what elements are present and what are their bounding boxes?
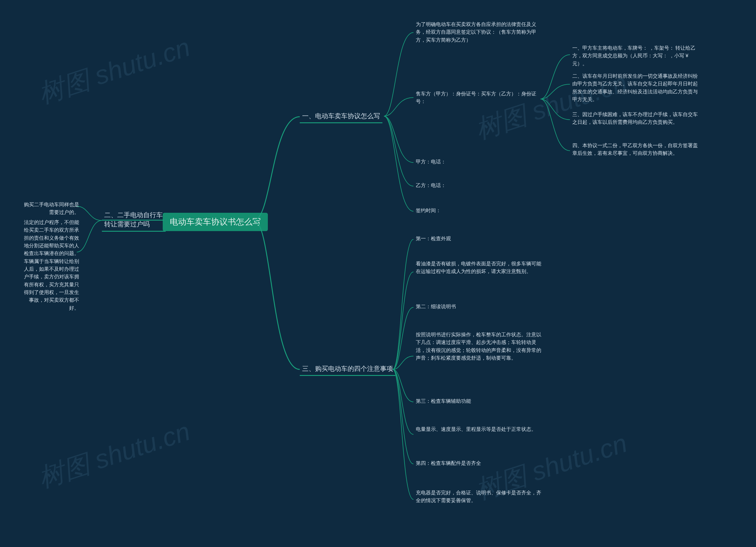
b3-n4-text: 按照说明书进行实际操作，检车整车的工作状态。注意以下几点：调速过度应平滑、起步无… [416, 331, 543, 362]
branch1-node[interactable]: 一、电动车卖车协议怎么写 [300, 112, 382, 123]
b3-n1[interactable]: 第一：检查外观 [413, 235, 545, 245]
b1-n1-text: 为了明确电动车在买卖双方各自应承担的法律责任及义务，经双方自愿同意签定以下协议：… [416, 21, 543, 44]
b3-n7[interactable]: 第四：检查车辆配件是否齐全 [413, 460, 545, 470]
b3-n3-text: 第二：细读说明书 [416, 303, 456, 311]
b1-n5[interactable]: 签约时间： [413, 207, 545, 217]
b1-n2-text: 售车方（甲方）：身份证号：买车方（乙方）：身份证号： [416, 90, 543, 106]
b2-n2-text: 法定的过户程序，不但能给买卖二手车的双方所承担的责任和义务做个有效地分割还能帮助… [20, 219, 79, 312]
b1-n2[interactable]: 售车方（甲方）：身份证号：买车方（乙方）：身份证号： [413, 90, 545, 109]
b3-n3[interactable]: 第二：细读说明书 [413, 303, 545, 314]
b1-n3[interactable]: 甲方：电话： [413, 158, 545, 169]
b1-n2c1[interactable]: 一、甲方车主将电动车，车牌号： ，车架号： 转让给乙方，双方同意成交总额为（人民… [570, 44, 702, 71]
b2-n2[interactable]: 法定的过户程序，不但能给买卖二手车的双方所承担的责任和义务做个有效地分割还能帮助… [18, 219, 82, 315]
edge-root-b3 [254, 220, 300, 374]
b3-n2[interactable]: 看油漆是否有破损，电镀件表面是否完好，很多车辆可能在运输过程中造成人为性的损坏，… [413, 260, 545, 279]
edge-root-b1 [254, 112, 300, 223]
branch2-node[interactable]: 二、二手电动自行车转让需要过户吗 [102, 211, 166, 232]
watermark: 树图 shutu.cn [34, 30, 195, 112]
mindmap-canvas: 树图 shutu.cn 树图 shutu.cn 树图 shutu.cn 树图 s… [0, 0, 756, 547]
edge-b3-child [393, 235, 413, 530]
b3-n6-text: 电量显示、速度显示、里程显示等是否处于正常状态。 [416, 426, 536, 433]
root-node[interactable]: 电动车卖车协议书怎么写 [163, 213, 268, 231]
b1-n2c2[interactable]: 二、该车在年月日时前所发生的一切交通事故及经济纠纷由甲方负责与乙方无关。该车自交… [570, 72, 702, 106]
branch1-label: 一、电动车卖车协议怎么写 [302, 112, 380, 120]
b3-n2-text: 看油漆是否有破损，电镀件表面是否完好，很多车辆可能在运输过程中造成人为性的损坏，… [416, 260, 543, 276]
b1-n2c3-text: 三、因过户手续困难，该车不办理过户手续，该车自交车之日起，该车以后所需费用均由乙… [572, 111, 699, 126]
watermark: 树图 shutu.cn [34, 414, 195, 496]
b1-n4[interactable]: 乙方：电话： [413, 182, 545, 192]
b1-n5-text: 签约时间： [416, 207, 441, 214]
branch3-node[interactable]: 三、购买电动车的四个注意事项 [300, 364, 395, 376]
b2-n1[interactable]: 购买二手电动车同样也是需要过户的。 [18, 201, 82, 219]
b2-n1-text: 购买二手电动车同样也是需要过户的。 [20, 201, 79, 216]
b1-n2c4-text: 四、本协议一式二份，甲乙双方各执一份，自双方签署盖章后生效，若有未尽事宜，可由双… [572, 142, 699, 157]
b1-n2c4[interactable]: 四、本协议一式二份，甲乙双方各执一份，自双方签署盖章后生效，若有未尽事宜，可由双… [570, 142, 702, 160]
b1-n1[interactable]: 为了明确电动车在买卖双方各自应承担的法律责任及义务，经双方自愿同意签定以下协议：… [413, 21, 545, 47]
b3-n5-text: 第三：检查车辆辅助功能 [416, 398, 471, 405]
b3-n8[interactable]: 充电器是否完好，合格证、说明书、保修卡是否齐全，齐全的情况下需要妥善保管。 [413, 489, 545, 508]
b3-n8-text: 充电器是否完好，合格证、说明书、保修卡是否齐全，齐全的情况下需要妥善保管。 [416, 489, 543, 505]
edge-b1-child [384, 28, 413, 223]
b3-n5[interactable]: 第三：检查车辆辅助功能 [413, 398, 545, 408]
b1-n2c1-text: 一、甲方车主将电动车，车牌号： ，车架号： 转让给乙方，双方同意成交总额为（人民… [572, 44, 699, 68]
b3-n4[interactable]: 按照说明书进行实际操作，检车整车的工作状态。注意以下几点：调速过度应平滑、起步无… [413, 331, 545, 365]
b3-n6[interactable]: 电量显示、速度显示、里程显示等是否处于正常状态。 [413, 426, 545, 436]
b1-n3-text: 甲方：电话： [416, 158, 446, 166]
root-label: 电动车卖车协议书怎么写 [170, 216, 261, 227]
branch2-label: 二、二手电动自行车转让需要过户吗 [104, 211, 163, 229]
b3-n1-text: 第一：检查外观 [416, 235, 451, 242]
b1-n2c2-text: 二、该车在年月日时前所发生的一切交通事故及经济纠纷由甲方负责与乙方无关。该车自交… [572, 72, 699, 103]
branch3-label: 三、购买电动车的四个注意事项 [302, 364, 393, 373]
b1-n2c3[interactable]: 三、因过户手续困难，该车不办理过户手续，该车自交车之日起，该车以后所需费用均由乙… [570, 111, 702, 129]
b1-n4-text: 乙方：电话： [416, 182, 446, 189]
b3-n7-text: 第四：检查车辆配件是否齐全 [416, 460, 481, 467]
